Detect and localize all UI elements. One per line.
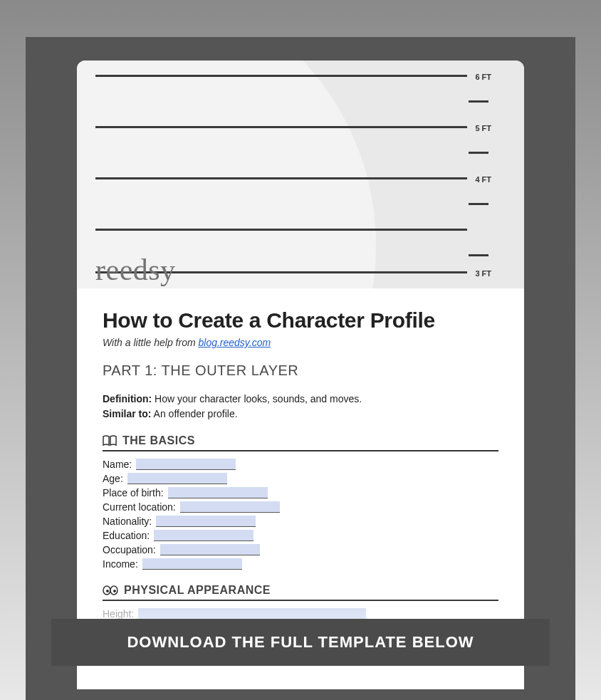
part-heading: PART 1: THE OUTER LAYER [103, 362, 498, 379]
field-label: Current location: [103, 501, 180, 513]
field-label: Name: [103, 459, 136, 470]
eyes-icon [103, 585, 118, 595]
field-input[interactable] [136, 459, 236, 470]
section-title-basics-text: THE BASICS [122, 434, 195, 447]
field-input[interactable] [156, 516, 256, 527]
field-label: Height: [103, 608, 138, 620]
field-label: Nationality: [103, 516, 156, 527]
download-cta-label: DOWNLOAD THE FULL TEMPLATE BELOW [127, 633, 474, 651]
definition-label: Definition: [103, 393, 152, 404]
field-row: Education: [103, 528, 498, 543]
svg-point-2 [106, 590, 109, 592]
field-input[interactable] [160, 544, 260, 555]
section-title-physical: PHYSICAL APPEARANCE [103, 584, 498, 597]
height-label-3ft: 3 FT [475, 269, 491, 278]
field-label: Education: [103, 530, 154, 541]
height-label-5ft: 5 FT [475, 124, 491, 132]
field-row: Place of birth: [103, 486, 498, 500]
byline-prefix: With a little help from [103, 337, 198, 348]
field-label: Occupation: [103, 544, 160, 555]
field-input[interactable] [180, 501, 280, 513]
definition-block: Definition: How your character looks, so… [103, 392, 498, 422]
document-page: 6 FT 5 FT 4 FT 3 FT reedsy H [77, 61, 524, 689]
field-row: Occupation: [103, 543, 498, 557]
field-label: Age: [103, 473, 127, 484]
similar-text: An offender profile. [151, 408, 237, 419]
height-label-6ft: 6 FT [475, 73, 491, 81]
basics-fields: Name:Age:Place of birth:Current location… [103, 457, 498, 571]
field-row: Name: [103, 457, 498, 471]
download-cta-button[interactable]: DOWNLOAD THE FULL TEMPLATE BELOW [51, 619, 550, 666]
field-row: Income: [103, 557, 498, 571]
section-title-basics: THE BASICS [103, 434, 498, 447]
page-title: How to Create a Character Profile [103, 308, 498, 333]
field-input[interactable] [154, 530, 254, 541]
byline: With a little help from blog.reedsy.com [103, 337, 498, 348]
section-rule [103, 600, 498, 601]
field-input[interactable] [142, 558, 242, 570]
section-title-physical-text: PHYSICAL APPEARANCE [124, 584, 271, 597]
field-row: Nationality: [103, 514, 498, 528]
similar-label: Similar to: [103, 408, 151, 419]
svg-point-3 [113, 590, 116, 592]
field-input[interactable] [168, 487, 268, 498]
field-input[interactable] [127, 473, 227, 484]
height-label-4ft: 4 FT [475, 175, 491, 184]
field-label: Income: [103, 558, 142, 570]
hero-illustration: 6 FT 5 FT 4 FT 3 FT reedsy [77, 61, 524, 288]
field-label: Place of birth: [103, 487, 168, 498]
book-icon [103, 435, 117, 446]
field-input[interactable] [138, 608, 366, 620]
reedsy-wordmark: reedsy [95, 253, 176, 287]
field-row: Current location: [103, 500, 498, 514]
field-row: Age: [103, 471, 498, 486]
section-rule [103, 450, 498, 451]
byline-link[interactable]: blog.reedsy.com [198, 337, 271, 348]
definition-text: How your character looks, sounds, and mo… [152, 393, 362, 404]
